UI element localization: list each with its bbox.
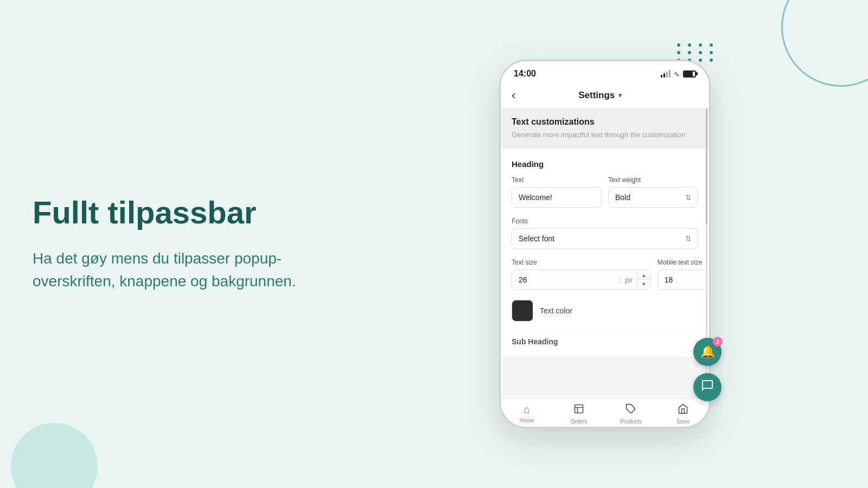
dot	[710, 43, 713, 47]
battery-icon	[683, 70, 696, 78]
fonts-label: Fonts	[512, 217, 698, 225]
store-icon	[678, 403, 688, 417]
text-size-row: Text size px ▲ ▼ Mobile text size	[512, 259, 698, 290]
nav-products-label: Products	[620, 419, 641, 425]
status-icons: ∿	[661, 70, 696, 78]
text-weight-label: Text weight	[608, 176, 698, 184]
nav-home-label: Home	[520, 418, 534, 423]
header-section: Text customizations Generate more impact…	[501, 108, 709, 149]
home-icon: ⌂	[524, 403, 530, 416]
text-weight-col: Text weight Bold Thin Regular Medium Sem…	[608, 176, 698, 208]
color-swatch[interactable]	[512, 300, 533, 322]
sub-heading-label: Sub Heading	[512, 329, 698, 346]
chat-icon	[701, 379, 714, 395]
bottom-nav: ⌂ Home Orders Pr	[501, 399, 709, 427]
status-bar: 14:00 ∿	[501, 61, 709, 83]
text-weight-row: Text Text weight Bold Thin Regular Mediu…	[512, 176, 698, 208]
size-unit: px	[620, 276, 637, 284]
signal-bars-icon	[661, 70, 671, 78]
dot	[699, 51, 702, 54]
fab-chat-button[interactable]	[693, 373, 722, 401]
fonts-select-wrapper: Select font Arial Georgia Times New Roma…	[512, 228, 698, 249]
nav-store[interactable]: Store	[657, 403, 709, 425]
mobile-text-size-input[interactable]	[658, 270, 709, 290]
text-field-label: Text	[512, 176, 602, 184]
notification-badge: 2	[713, 337, 723, 346]
notification-icon: 🔔	[700, 345, 715, 359]
text-field-col: Text	[512, 176, 602, 208]
main-heading: Fullt tilpassbar	[33, 195, 326, 230]
content-area: Text customizations Generate more impact…	[501, 108, 709, 399]
nav-orders[interactable]: Orders	[553, 403, 605, 425]
nav-orders-label: Orders	[571, 419, 588, 425]
fonts-select[interactable]: Select font Arial Georgia Times New Roma…	[512, 228, 698, 249]
size-arrows: ▲ ▼	[637, 271, 650, 288]
scroll-thumb	[706, 108, 707, 224]
nav-bar: ‹ Settings ▼	[501, 83, 709, 108]
orders-icon	[573, 403, 584, 417]
mobile-size-wrapper	[658, 269, 709, 290]
size-up-button[interactable]: ▲	[637, 271, 650, 280]
phone-wrapper: 14:00 ∿ ‹ Settings ▼	[499, 60, 711, 428]
nav-title: Settings ▼	[515, 90, 686, 101]
nav-products[interactable]: Products	[605, 403, 657, 425]
dots-grid	[677, 43, 716, 62]
bg-circle-bottom-left	[11, 423, 98, 488]
text-size-input[interactable]	[512, 270, 620, 290]
section-title: Text customizations	[512, 117, 698, 127]
fab-notification-button[interactable]: 🔔 2	[693, 338, 722, 366]
wifi-icon: ∿	[674, 70, 680, 78]
back-button[interactable]: ‹	[512, 88, 515, 102]
text-size-wrapper: px ▲ ▼	[512, 269, 651, 290]
fonts-section: Fonts Select font Arial Georgia Times Ne…	[512, 217, 698, 249]
products-icon	[626, 403, 636, 417]
text-size-col: Text size px ▲ ▼	[512, 259, 651, 290]
dot	[710, 51, 713, 54]
mobile-text-size-label: Mobile text size	[658, 259, 709, 266]
nav-home[interactable]: ⌂ Home	[501, 403, 553, 425]
bg-circle-top-right	[781, 0, 868, 87]
nav-store-label: Store	[676, 419, 690, 425]
dot	[688, 43, 691, 47]
text-size-label: Text size	[512, 259, 651, 266]
color-row: Text color	[512, 300, 698, 322]
dot	[699, 43, 702, 47]
text-input[interactable]	[512, 187, 602, 208]
section-desc: Generate more impactful text through the…	[512, 130, 698, 140]
svg-rect-0	[575, 405, 583, 413]
text-weight-select[interactable]: Bold Thin Regular Medium Semi Bold Extra…	[608, 187, 698, 208]
dot	[677, 51, 680, 54]
nav-dropdown-icon[interactable]: ▼	[617, 92, 623, 99]
heading-group-label: Heading	[512, 159, 698, 169]
left-section: Fullt tilpassbar Ha det gøy mens du tilp…	[33, 195, 326, 293]
mobile-text-size-col: Mobile text size	[658, 259, 709, 290]
sub-text: Ha det gøy mens du tilpasser popup-overs…	[33, 247, 326, 293]
text-weight-select-wrapper: Bold Thin Regular Medium Semi Bold Extra…	[608, 187, 698, 208]
color-label: Text color	[540, 306, 572, 315]
dot	[688, 51, 691, 54]
main-content: Heading Text Text weight Bold Thin	[501, 149, 709, 357]
size-down-button[interactable]: ▼	[637, 280, 650, 288]
dot	[677, 43, 680, 47]
status-time: 14:00	[514, 69, 536, 79]
phone-frame: 14:00 ∿ ‹ Settings ▼	[499, 60, 711, 428]
